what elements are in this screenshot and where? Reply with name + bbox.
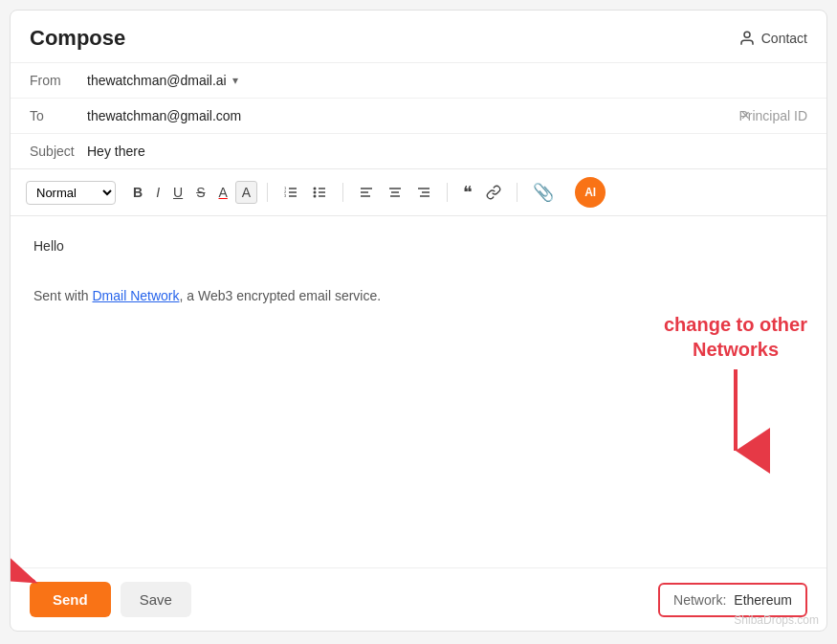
network-selector[interactable]: Network: Ethereum: [658, 583, 807, 617]
subject-text: Hey there: [87, 144, 145, 159]
style-select[interactable]: Normal Heading 1 Heading 2: [26, 181, 116, 205]
svg-text:3: 3: [284, 193, 287, 198]
ai-button[interactable]: AI: [575, 177, 606, 208]
from-email: thewatchman@dmail.ai: [87, 73, 227, 88]
align-left-button[interactable]: [353, 181, 380, 204]
link-button[interactable]: [480, 181, 507, 204]
network-label: Network:: [673, 592, 726, 608]
to-email: thewatchman@gmail.com: [87, 108, 241, 123]
to-label: To: [30, 108, 87, 123]
contact-button[interactable]: Contact: [738, 30, 807, 47]
bold-button[interactable]: B: [127, 182, 148, 203]
font-highlight-button[interactable]: A: [235, 181, 257, 204]
svg-point-8: [314, 191, 317, 194]
subject-field-row: Subject Hey there: [11, 134, 826, 169]
compose-header: Compose Contact: [11, 11, 826, 63]
italic-button[interactable]: I: [150, 182, 165, 203]
svg-point-0: [744, 32, 750, 37]
contact-label: Contact: [761, 31, 807, 46]
footer-actions: Send Save: [30, 582, 191, 617]
from-label: From: [30, 73, 87, 88]
toolbar-divider-2: [342, 183, 343, 202]
body-greeting: Hello: [33, 235, 804, 256]
signature-suffix: , a Web3 encrypted email service.: [180, 288, 382, 303]
to-field-row: To thewatchman@gmail.com × Principal ID: [11, 99, 826, 134]
svg-point-9: [314, 195, 317, 198]
svg-point-7: [314, 188, 317, 190]
text-format-group: B I U S A A: [127, 181, 257, 204]
send-button[interactable]: Send: [30, 582, 111, 617]
principal-id-label: Principal ID: [738, 108, 807, 123]
from-dropdown-button[interactable]: ▾: [232, 74, 238, 87]
strikethrough-button[interactable]: S: [190, 182, 210, 203]
annotation-text: change to other Networks: [664, 312, 807, 465]
unordered-list-button[interactable]: [306, 181, 333, 204]
align-right-button[interactable]: [410, 181, 437, 204]
send-button-container: Send: [30, 582, 111, 617]
list-group: 1 2 3: [277, 181, 333, 204]
subject-label: Subject: [30, 144, 87, 159]
dmail-link[interactable]: Dmail Network: [92, 288, 179, 303]
formatting-toolbar: Normal Heading 1 Heading 2 B I U S A A 1…: [11, 169, 826, 216]
blockquote-button[interactable]: ❝: [457, 180, 478, 205]
network-value: Ethereum: [734, 592, 792, 608]
from-row: thewatchman@dmail.ai ▾: [87, 73, 238, 88]
underline-button[interactable]: U: [167, 182, 188, 203]
align-group: [353, 181, 437, 204]
save-button[interactable]: Save: [121, 582, 191, 617]
font-color-button[interactable]: A: [212, 182, 232, 203]
signature: Sent with Dmail Network, a Web3 encrypte…: [33, 285, 804, 306]
annotation-line2: Networks: [664, 337, 807, 362]
compose-body[interactable]: Hello Sent with Dmail Network, a Web3 en…: [11, 216, 826, 567]
compose-title: Compose: [30, 26, 125, 51]
toolbar-divider-1: [267, 183, 268, 202]
toolbar-divider-4: [517, 183, 518, 202]
annotation-line1: change to other: [664, 312, 807, 337]
from-field-row: From thewatchman@dmail.ai ▾: [11, 63, 826, 99]
attachment-button[interactable]: 📎: [527, 180, 560, 205]
ordered-list-button[interactable]: 1 2 3: [277, 181, 304, 204]
signature-prefix: Sent with: [33, 288, 92, 303]
to-input-area: thewatchman@gmail.com: [87, 108, 807, 123]
contact-icon: [738, 30, 756, 47]
toolbar-divider-3: [447, 183, 448, 202]
insert-group: ❝: [457, 180, 507, 205]
compose-window: Compose Contact From thewatchman@dmail.a…: [10, 10, 827, 632]
align-center-button[interactable]: [382, 181, 408, 204]
compose-footer: Send Save Network: Ethereum: [11, 567, 826, 631]
annotation-arrow: [707, 369, 764, 465]
